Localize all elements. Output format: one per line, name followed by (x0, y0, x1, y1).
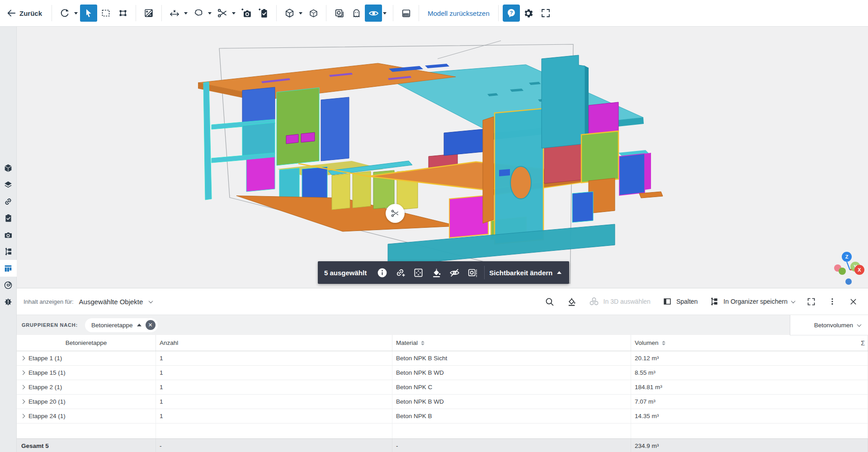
toolbar-divider (161, 5, 162, 21)
group-by-chip[interactable]: Betonieretappe ✕ (85, 318, 158, 332)
value-column-dropdown[interactable]: Betonvolumen (790, 315, 868, 335)
close-panel-button[interactable] (845, 294, 862, 309)
cube-icon (284, 8, 295, 19)
content-scope-dropdown[interactable]: Inhalt anzeigen für: Ausgewählte Objekte (24, 298, 152, 306)
caret-up-icon (137, 324, 142, 326)
lasso-select-button[interactable] (190, 5, 207, 22)
cube-view-caret-icon[interactable] (299, 12, 302, 14)
box-view-button[interactable] (305, 5, 322, 22)
sidebar-item-todo[interactable] (0, 210, 17, 226)
back-label: Zurück (19, 9, 42, 17)
axis-gizmo[interactable]: Y Z X (831, 250, 867, 288)
footer-material: - (392, 439, 631, 452)
sidebar-item-layers[interactable] (0, 176, 17, 193)
save-organizer-button[interactable]: In Organizer speichern (706, 294, 798, 309)
paint-selection-button[interactable] (427, 261, 445, 284)
visibility-button[interactable] (365, 5, 382, 22)
orbit-caret-icon[interactable] (74, 12, 78, 14)
add-snapshot-button[interactable] (238, 5, 255, 22)
sort-icon[interactable] (421, 341, 425, 345)
sort-icon[interactable] (662, 341, 665, 345)
section-plane-button[interactable] (386, 204, 405, 223)
search-button[interactable] (541, 294, 558, 310)
content-scope-value: Ausgewählte Objekte (79, 298, 143, 306)
viewport-3d[interactable]: 5 ausgewählt Sichtbarkeit ändern (17, 27, 868, 288)
settings-button[interactable] (520, 5, 537, 22)
sidebar-item-models[interactable] (0, 160, 17, 176)
building-model[interactable] (193, 40, 666, 288)
measure-caret-icon[interactable] (184, 12, 188, 14)
sum-icon[interactable]: Σ (861, 335, 865, 351)
table-row[interactable]: Etappe 2 (1) 1 Beton NPK C 184.81 m³ (17, 380, 868, 395)
texture-pattern-button[interactable] (397, 5, 415, 22)
transform-button[interactable] (114, 5, 132, 22)
column-header-volumen[interactable]: Volumen (631, 335, 868, 351)
sidebar-item-table[interactable] (0, 260, 17, 277)
expand-panel-button[interactable] (803, 294, 820, 309)
table-footer-row: Gesamt 5 - - 234.9 m³ (17, 438, 868, 452)
expand-chevron-icon[interactable] (21, 356, 25, 361)
reset-model-button[interactable]: Modell zurücksetzen (423, 9, 494, 17)
chevron-down-icon (791, 299, 796, 303)
chevron-down-icon (857, 322, 862, 327)
table-row[interactable]: Etappe 15 (1) 1 Beton NPK B WD 8.55 m³ (17, 366, 868, 380)
scissors-fab-icon (391, 209, 400, 218)
marquee-select-button[interactable] (97, 5, 114, 22)
columns-button[interactable]: Spalten (659, 294, 701, 309)
back-arrow-icon (6, 8, 16, 18)
expand-chevron-icon[interactable] (21, 400, 25, 404)
change-visibility-button[interactable]: Sichtbarkeit ändern (489, 269, 561, 277)
fullscreen-button[interactable] (537, 5, 554, 22)
ghost-mode-button[interactable] (348, 5, 365, 22)
exposure-button[interactable] (140, 5, 157, 22)
sidebar-item-links[interactable] (0, 193, 17, 210)
marquee-icon (100, 8, 111, 19)
visibility-caret-icon[interactable] (383, 12, 387, 14)
cut-caret-icon[interactable] (232, 12, 236, 14)
burst-alert-icon (3, 297, 13, 307)
footer-anzahl: - (156, 439, 392, 452)
help-button[interactable]: ? (503, 5, 520, 22)
add-todo-button[interactable] (255, 5, 272, 22)
zoom-to-selection-button[interactable] (409, 261, 427, 284)
footer-total-label: Gesamt 5 (17, 439, 156, 452)
info-button[interactable] (373, 261, 391, 284)
orbit-button[interactable] (56, 5, 73, 22)
more-options-button[interactable] (824, 294, 840, 309)
select-tool-button[interactable] (80, 5, 97, 22)
cut-button[interactable] (214, 5, 231, 22)
sidebar-item-issues[interactable] (0, 293, 17, 310)
cursor-icon (84, 8, 94, 18)
table-row[interactable]: Etappe 24 (1) 1 Beton NPK B 14.35 m³ (17, 409, 868, 424)
column-header-betonieretappe[interactable]: Betonieretappe (17, 335, 156, 351)
chevron-down-icon (149, 299, 153, 303)
remove-group-button[interactable]: ✕ (146, 320, 156, 330)
sidebar-item-organizer[interactable] (0, 243, 17, 260)
column-header-material[interactable]: Material (392, 335, 631, 351)
column-header-anzahl[interactable]: Anzahl (156, 335, 392, 351)
measure-button[interactable] (166, 5, 183, 22)
image-overlay-button[interactable] (330, 5, 348, 22)
sidebar-item-snapshots[interactable] (0, 226, 17, 243)
expand-chevron-icon[interactable] (21, 371, 25, 375)
expand-chevron-icon[interactable] (21, 414, 25, 419)
expand-chevron-icon[interactable] (21, 385, 25, 390)
link-icon (3, 197, 13, 207)
cube-view-button[interactable] (281, 5, 298, 22)
image-settings-button[interactable] (463, 261, 481, 284)
table-row[interactable]: Etappe 1 (1) 1 Beton NPK B Sicht 20.12 m… (17, 351, 868, 366)
texture-pattern-icon (401, 8, 412, 19)
ghost-icon (351, 8, 362, 19)
select-in-3d-button[interactable]: In 3D auswählen (585, 293, 654, 310)
exposure-icon (143, 8, 154, 19)
table-row[interactable]: Etappe 20 (1) 1 Beton NPK B WD 7.07 m³ (17, 395, 868, 409)
paint-bucket-button[interactable] (563, 294, 580, 310)
sidebar-item-sphere[interactable] (0, 277, 17, 293)
hide-selection-button[interactable] (445, 261, 463, 284)
lasso-caret-icon[interactable] (208, 12, 212, 14)
paint-bucket-white-icon (431, 267, 442, 278)
help-bubble-icon: ? (506, 8, 517, 19)
add-link-button[interactable] (391, 261, 409, 284)
back-button[interactable]: Zurück (4, 8, 47, 18)
selection-count: 5 ausgewählt (324, 269, 367, 277)
